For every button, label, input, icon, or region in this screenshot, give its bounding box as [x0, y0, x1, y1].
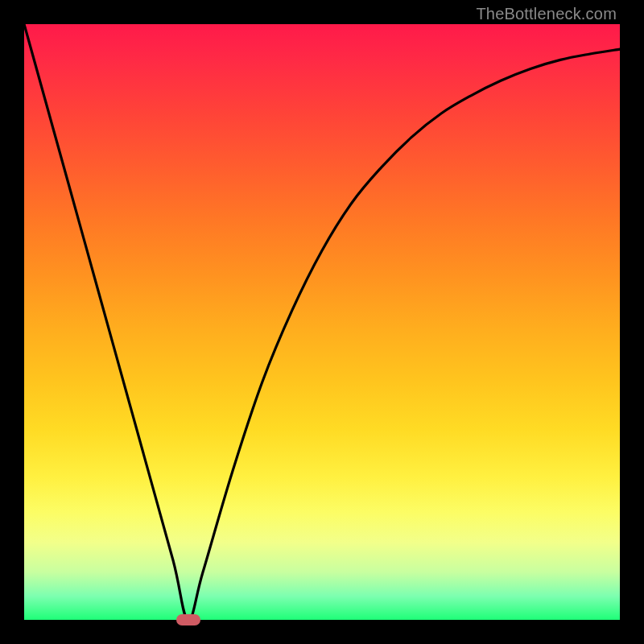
- curve-svg: [24, 24, 620, 620]
- minimum-marker: [176, 614, 200, 625]
- watermark-text: TheBottleneck.com: [476, 5, 617, 23]
- chart-container: TheBottleneck.com: [0, 0, 644, 644]
- bottleneck-curve: [24, 24, 620, 620]
- plot-area: [24, 24, 620, 620]
